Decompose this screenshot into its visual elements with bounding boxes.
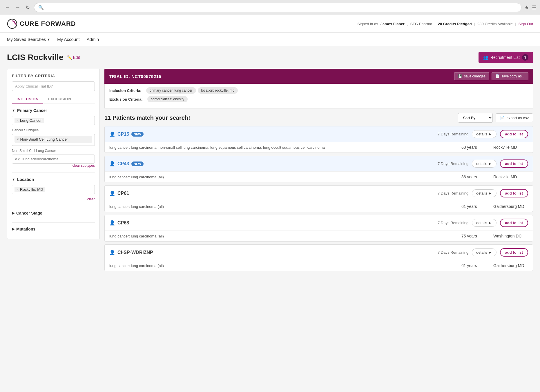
user-org: STG Pharma [410, 22, 432, 26]
patient-location-4: Gaithersburg MD [493, 263, 528, 268]
divider-1: | [434, 22, 435, 26]
export-label: export as csv [506, 116, 529, 120]
location-header[interactable]: ▼ Location [12, 177, 95, 182]
cancer-stage-header[interactable]: ▶ Cancer Stage [12, 211, 95, 215]
trial-id-label: TRIAL ID: NCT00579215 [109, 74, 161, 79]
page-header: LCIS Rockville ✏️ Edit 👥 Recruitment Lis… [7, 52, 533, 63]
forward-button[interactable]: → [14, 3, 21, 12]
person-icon-4: 👤 [109, 250, 115, 255]
recruitment-list-button[interactable]: 👥 Recruitment List 3 [479, 52, 533, 63]
location-section: ▼ Location × Rockville, MD clear [12, 177, 95, 206]
patient-card-header-2: 👤 CP61 7 Days Remaining details ► add to… [105, 186, 533, 201]
subtype-input[interactable] [12, 155, 95, 164]
save-changes-button[interactable]: 💾 save changes [454, 72, 489, 80]
patient-card-right-3: 7 Days Remaining details ► add to list [438, 219, 528, 227]
primary-cancer-header[interactable]: ▼ Primary Cancer [12, 108, 95, 113]
recruitment-count-badge: 3 [522, 54, 528, 61]
browser-actions: ★ ☰ [524, 4, 537, 11]
trial-banner-actions: 💾 save changes 📄 save copy as... [454, 72, 528, 80]
location-remove-icon[interactable]: × [17, 188, 19, 192]
person-icon-3: 👤 [109, 220, 115, 226]
primary-cancer-input[interactable]: × Lung Cancer [12, 116, 95, 125]
logo-text: CURE FORWARD [20, 20, 76, 28]
clear-subtypes-link[interactable]: clear subtypes [12, 164, 95, 168]
patient-age-0: 60 years [461, 145, 482, 150]
inclusion-criteria-tags: primary cancer: lung cancer location: ro… [146, 87, 238, 94]
menu-icon[interactable]: ☰ [532, 4, 537, 11]
browser-chrome: ← → ↻ 🔍 ★ ☰ [0, 0, 540, 15]
location-input[interactable]: × Rockville, MD [12, 185, 95, 194]
patient-id-3: 👤 CP68 [109, 220, 129, 226]
sort-by-select[interactable]: Sort By [458, 113, 493, 123]
trial-id-select[interactable]: Apply Clinical Trial ID? [12, 81, 95, 91]
credits-available: 280 Credits Available [477, 22, 513, 26]
patient-card-right-2: 7 Days Remaining details ► add to list [438, 189, 528, 197]
details-arrow-icon-4: ► [488, 250, 492, 255]
patient-card-body-1: lung cancer: lung carcinoma (all) 36 yea… [105, 172, 533, 182]
refresh-button[interactable]: ↻ [24, 3, 31, 12]
add-to-list-button-2[interactable]: add to list [500, 189, 528, 197]
tag-remove-icon[interactable]: × [17, 119, 19, 123]
add-to-list-button-0[interactable]: add to list [500, 130, 528, 138]
patient-card-header-1: 👤 CP43 NEW 7 Days Remaining details ► ad… [105, 156, 533, 172]
edit-label: Edit [73, 55, 80, 60]
inclusion-tab[interactable]: INCLUSION [12, 95, 43, 104]
patient-diagnosis-1: lung cancer: lung carcinoma (all) [109, 175, 450, 179]
page-title: LCIS Rockville [7, 53, 64, 62]
export-csv-button[interactable]: 📄 export as csv [496, 113, 533, 122]
logo-icon [7, 19, 17, 29]
subtypes-box: × Non-Small Cell Lung Cancer [12, 134, 95, 146]
mutations-header[interactable]: ▶ Mutations [12, 227, 95, 231]
details-arrow-icon-0: ► [488, 132, 492, 136]
details-button-0[interactable]: details ► [472, 130, 496, 138]
bookmark-icon[interactable]: ★ [524, 4, 529, 11]
details-button-1[interactable]: details ► [472, 160, 496, 168]
address-input[interactable] [46, 5, 517, 10]
details-button-2[interactable]: details ► [472, 189, 496, 197]
days-remaining-4: 7 Days Remaining [438, 250, 468, 255]
days-remaining-3: 7 Days Remaining [438, 221, 468, 225]
patient-age-2: 61 years [461, 204, 482, 209]
add-to-list-button-3[interactable]: add to list [500, 219, 528, 227]
details-arrow-icon-3: ► [488, 221, 492, 225]
details-button-3[interactable]: details ► [472, 219, 496, 227]
add-to-list-button-4[interactable]: add to list [500, 248, 528, 257]
person-icon-2: 👤 [109, 190, 115, 196]
patient-card-header-0: 👤 CP15 NEW 7 Days Remaining details ► ad… [105, 126, 533, 142]
add-to-list-button-1[interactable]: add to list [500, 159, 528, 168]
results-actions: Sort By 📄 export as csv [458, 113, 533, 123]
nav-item-admin[interactable]: Admin [87, 33, 99, 46]
sign-out-link[interactable]: Sign Out [518, 22, 533, 26]
save-copy-label: save copy as... [501, 74, 525, 78]
patient-id-2: 👤 CP61 [109, 190, 129, 196]
back-button[interactable]: ← [3, 3, 11, 12]
page-content: LCIS Rockville ✏️ Edit 👥 Recruitment Lis… [0, 46, 540, 392]
exclusion-criteria-row: Exclusion Criteria: comorbidities: obesi… [109, 96, 528, 102]
divider-2: | [474, 22, 475, 26]
chevron-down-icon-loc: ▼ [12, 177, 15, 182]
filter-box: FILTER BY CRITERIA Apply Clinical Trial … [7, 69, 100, 239]
inclusion-tag-0: primary cancer: lung cancer [146, 87, 196, 94]
patient-location-2: Gaithersburg MD [493, 204, 528, 209]
nav-item-saved-searches[interactable]: My Saved Searches ▼ [7, 33, 50, 46]
nav-item-my-account[interactable]: My Account [57, 33, 80, 46]
subtype-tag: × Non-Small Cell Lung Cancer [15, 136, 92, 143]
pencil-icon: ✏️ [67, 55, 72, 60]
save-copy-button[interactable]: 📄 save copy as... [492, 72, 528, 80]
details-button-4[interactable]: details ► [472, 248, 496, 256]
subtype-value: Non-Small Cell Lung Cancer [20, 137, 68, 141]
sidebar: FILTER BY CRITERIA Apply Clinical Trial … [7, 69, 100, 274]
inclusion-tabs: INCLUSION EXCLUSION [12, 95, 95, 104]
divider-3: | [515, 22, 516, 26]
dropdown-arrow-icon: ▼ [47, 38, 50, 41]
patient-diagnosis-4: lung cancer: lung carcinoma (all) [109, 264, 450, 268]
lung-cancer-tag: × Lung Cancer [15, 118, 44, 123]
recruitment-list-label: Recruitment List [490, 55, 520, 60]
subtype-remove-icon[interactable]: × [17, 137, 19, 141]
clear-location-link[interactable]: clear [12, 197, 95, 201]
primary-cancer-section: ▼ Primary Cancer × Lung Cancer Cancer Su… [12, 108, 95, 173]
exclusion-tab[interactable]: EXCLUSION [43, 95, 76, 103]
edit-link[interactable]: ✏️ Edit [67, 55, 80, 60]
address-bar: 🔍 [34, 3, 521, 12]
page-title-area: LCIS Rockville ✏️ Edit [7, 53, 80, 62]
